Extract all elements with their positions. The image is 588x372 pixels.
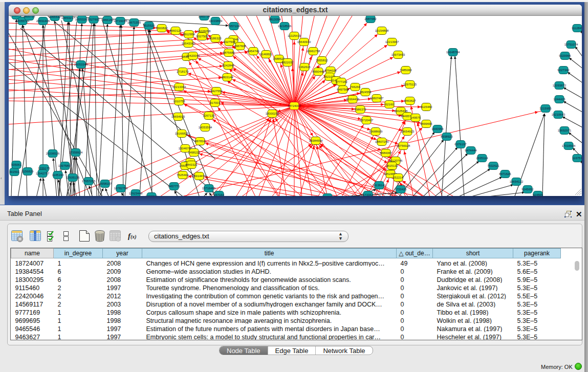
svg-text:12213363: 12213363: [172, 85, 186, 89]
svg-text:10973493: 10973493: [391, 53, 405, 56]
svg-text:1112845: 1112845: [572, 27, 582, 30]
svg-text:11325419: 11325419: [288, 34, 301, 37]
svg-text:9875685: 9875685: [223, 51, 235, 54]
svg-text:15640910: 15640910: [297, 40, 311, 43]
svg-text:19654923: 19654923: [401, 130, 415, 133]
svg-text:1498222: 1498222: [188, 151, 200, 154]
svg-text:9457771: 9457771: [168, 185, 180, 188]
svg-text:1292344: 1292344: [145, 195, 158, 196]
svg-text:252214: 252214: [393, 176, 404, 179]
svg-text:9242848: 9242848: [222, 64, 234, 67]
svg-text:746266: 746266: [350, 85, 361, 89]
svg-text:10154808: 10154808: [375, 29, 389, 32]
svg-text:3824554: 3824554: [359, 91, 372, 94]
svg-text:15226058: 15226058: [197, 30, 211, 33]
svg-text:3215955: 3215955: [539, 107, 552, 110]
svg-text:8990448: 8990448: [312, 70, 324, 73]
svg-text:10807487: 10807487: [370, 97, 384, 100]
svg-text:17359924: 17359924: [69, 151, 83, 154]
svg-text:935061: 935061: [11, 163, 22, 166]
svg-text:924565: 924565: [533, 193, 543, 196]
svg-text:16033809: 16033809: [209, 19, 223, 23]
svg-text:17957255: 17957255: [82, 180, 96, 183]
svg-text:1156829: 1156829: [22, 170, 34, 173]
svg-text:(x): (x): [130, 234, 137, 240]
svg-text:9777169: 9777169: [335, 80, 347, 83]
svg-text:9245652: 9245652: [521, 188, 534, 191]
svg-text:7357224: 7357224: [228, 25, 240, 28]
svg-text:20691406: 20691406: [36, 19, 50, 23]
svg-text:62160: 62160: [385, 103, 394, 106]
svg-text:7663822: 7663822: [156, 27, 168, 30]
svg-text:1065532: 1065532: [49, 16, 61, 18]
svg-text:1733426: 1733426: [395, 188, 407, 191]
svg-text:157164: 157164: [214, 193, 225, 196]
svg-text:14136141: 14136141: [373, 184, 386, 187]
svg-text:173342: 173342: [363, 193, 374, 196]
svg-text:2803144: 2803144: [221, 76, 233, 79]
svg-text:8822037: 8822037: [281, 61, 294, 64]
svg-text:12213967: 12213967: [385, 40, 399, 43]
svg-text:391591: 391591: [9, 170, 20, 173]
svg-text:10958107: 10958107: [98, 182, 112, 185]
svg-text:8843321: 8843321: [185, 163, 198, 166]
svg-text:15716485: 15716485: [202, 187, 216, 190]
svg-text:8454749: 8454749: [247, 50, 259, 53]
svg-text:20206526: 20206526: [46, 152, 60, 155]
svg-text:9463627: 9463627: [404, 99, 416, 102]
svg-text:20756928: 20756928: [397, 144, 410, 147]
svg-text:7485063: 7485063: [400, 69, 412, 72]
svg-text:9699695: 9699695: [420, 122, 432, 125]
svg-text:16543362: 16543362: [182, 42, 195, 45]
svg-text:1362615: 1362615: [298, 65, 311, 69]
svg-text:2687682: 2687682: [364, 17, 377, 20]
svg-text:12505135: 12505135: [66, 176, 80, 179]
svg-text:9146821: 9146821: [260, 53, 272, 56]
svg-text:16648784: 16648784: [446, 51, 460, 54]
svg-text:19654935: 19654935: [171, 115, 185, 118]
svg-text:1065734: 1065734: [198, 16, 210, 18]
svg-text:19384554: 19384554: [309, 139, 323, 142]
svg-text:1527602: 1527602: [88, 18, 100, 21]
svg-text:9327508: 9327508: [223, 40, 235, 43]
svg-text:10025438: 10025438: [394, 110, 408, 113]
svg-text:19218506: 19218506: [278, 25, 292, 28]
svg-text:116753: 116753: [572, 157, 582, 160]
svg-text:6497568: 6497568: [337, 88, 349, 91]
svg-text:7625402: 7625402: [177, 173, 189, 177]
svg-text:9474444: 9474444: [465, 149, 477, 152]
svg-text:12975115: 12975115: [403, 83, 417, 86]
svg-text:9329966: 9329966: [559, 54, 571, 57]
svg-text:1010755: 1010755: [173, 100, 185, 103]
svg-text:18724007: 18724007: [288, 104, 301, 107]
svg-text:7955812: 7955812: [316, 59, 328, 62]
svg-text:2718170: 2718170: [177, 70, 189, 73]
svg-text:887834: 887834: [195, 140, 206, 143]
svg-text:7632621: 7632621: [487, 164, 499, 167]
svg-text:1244415: 1244415: [553, 98, 565, 101]
svg-text:9605718: 9605718: [23, 16, 35, 18]
svg-text:17016504: 17016504: [562, 144, 576, 147]
svg-text:7986372: 7986372: [354, 108, 366, 111]
svg-text:26053346: 26053346: [74, 63, 88, 66]
svg-text:1615132: 1615132: [386, 164, 398, 167]
svg-text:16671355: 16671355: [127, 21, 141, 24]
svg-text:9684067: 9684067: [380, 151, 392, 155]
svg-text:8938923: 8938923: [441, 135, 453, 138]
svg-text:1339175: 1339175: [38, 167, 50, 170]
svg-text:8660124: 8660124: [169, 29, 182, 32]
svg-text:18300295: 18300295: [266, 112, 279, 115]
svg-text:8471626: 8471626: [499, 172, 511, 176]
svg-text:9427552: 9427552: [210, 90, 223, 93]
svg-text:8813054: 8813054: [269, 18, 281, 21]
svg-text:417001: 417001: [210, 101, 221, 104]
svg-text:15720407: 15720407: [360, 119, 374, 122]
svg-text:12093872: 12093872: [553, 84, 567, 87]
svg-text:3267130: 3267130: [203, 114, 215, 117]
svg-text:2935114: 2935114: [476, 157, 489, 160]
svg-text:16914479: 16914479: [192, 174, 206, 178]
svg-text:2967608: 2967608: [234, 45, 246, 48]
svg-text:9794028: 9794028: [324, 69, 337, 72]
svg-text:22420046: 22420046: [186, 54, 200, 57]
svg-text:16782759: 16782759: [114, 187, 128, 190]
